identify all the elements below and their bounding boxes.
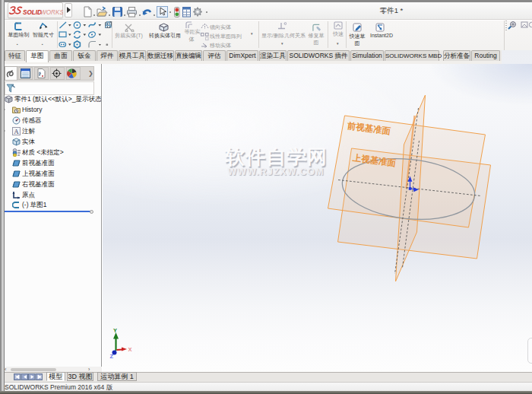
svg-text:SOLID: SOLID [23,9,42,16]
svg-text:Y: Y [113,327,117,334]
svg-text:WORKS: WORKS [40,9,63,16]
svg-text:A: A [14,128,19,135]
svg-text:Z: Z [109,353,113,360]
svg-text:X: X [128,346,131,353]
